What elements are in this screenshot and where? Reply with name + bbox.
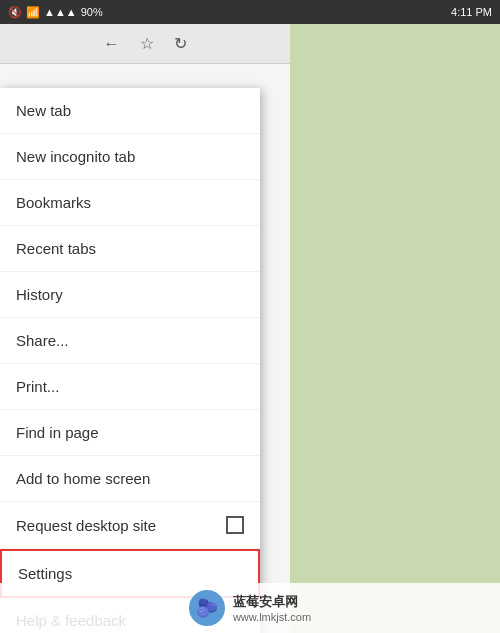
menu-item-label: Request desktop site [16, 517, 156, 534]
status-bar-left: 🔇 📶 ▲▲▲ 90% [8, 6, 103, 19]
menu-item-recent-tabs[interactable]: Recent tabs [0, 226, 260, 272]
menu-item-print[interactable]: Print... [0, 364, 260, 410]
menu-item-label: History [16, 286, 63, 303]
watermark-text: 蓝莓安卓网 www.lmkjst.com [233, 593, 311, 623]
menu-item-history[interactable]: History [0, 272, 260, 318]
menu-item-label: Add to home screen [16, 470, 150, 487]
context-menu: New tab New incognito tab Bookmarks Rece… [0, 88, 260, 633]
tab-bar: ← ☆ ↻ [0, 24, 290, 64]
menu-item-add-to-home-screen[interactable]: Add to home screen [0, 456, 260, 502]
wifi-icon: 📶 [26, 6, 40, 19]
menu-item-label: New tab [16, 102, 71, 119]
status-bar-right: 4:11 PM [451, 6, 492, 18]
mute-icon: 🔇 [8, 6, 22, 19]
watermark-site-name: 蓝莓安卓网 [233, 593, 311, 611]
back-icon[interactable]: ← [104, 35, 120, 53]
battery-icon: 90% [81, 6, 103, 18]
menu-item-label: Print... [16, 378, 59, 395]
menu-item-request-desktop-site[interactable]: Request desktop site [0, 502, 260, 549]
signal-icon: ▲▲▲ [44, 6, 77, 18]
menu-item-label: Settings [18, 565, 72, 582]
watermark-bar: 🫐 蓝莓安卓网 www.lmkjst.com [0, 583, 500, 633]
menu-item-share[interactable]: Share... [0, 318, 260, 364]
menu-item-label: Share... [16, 332, 69, 349]
menu-item-new-incognito-tab[interactable]: New incognito tab [0, 134, 260, 180]
time-display: 4:11 PM [451, 6, 492, 18]
menu-item-label: Bookmarks [16, 194, 91, 211]
menu-item-label: New incognito tab [16, 148, 135, 165]
menu-item-bookmarks[interactable]: Bookmarks [0, 180, 260, 226]
menu-item-label: Recent tabs [16, 240, 96, 257]
watermark-url: www.lmkjst.com [233, 611, 311, 623]
star-icon[interactable]: ☆ [140, 34, 154, 53]
refresh-icon[interactable]: ↻ [174, 34, 187, 53]
browser-chrome: ← ☆ ↻ New tab New incognito tab Bookmark… [0, 24, 290, 633]
desktop-site-checkbox[interactable] [226, 516, 244, 534]
watermark-logo: 🫐 [189, 590, 225, 626]
page-content-background [290, 24, 500, 633]
menu-item-new-tab[interactable]: New tab [0, 88, 260, 134]
menu-item-label: Find in page [16, 424, 99, 441]
menu-item-find-in-page[interactable]: Find in page [0, 410, 260, 456]
status-bar: 🔇 📶 ▲▲▲ 90% 4:11 PM [0, 0, 500, 24]
